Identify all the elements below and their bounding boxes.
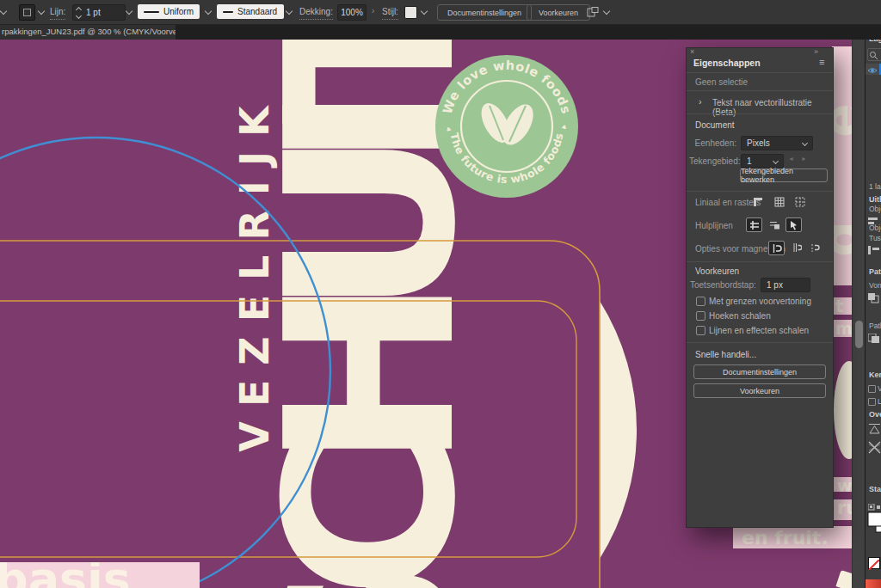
brush-chevron-icon[interactable] [286,8,293,15]
scale-strokes-label: Lijnen en effecten schalen [709,326,809,335]
snap-to-point-icon[interactable] [768,241,785,255]
swatch-chevron-icon[interactable] [38,8,45,15]
edge-text-fragment: w [834,477,852,492]
edge-text-fragment: m [832,320,852,337]
preferences-button[interactable]: Voorkeuren [527,4,590,21]
none-swatch[interactable] [868,557,880,569]
snap-to-pixel-icon[interactable] [808,241,822,254]
panel-close-icon[interactable]: × [690,47,694,56]
profile-chevron-icon[interactable] [205,8,212,15]
panel-preferences-button[interactable]: Voorkeuren [693,383,826,398]
arrange-chevron-icon[interactable] [603,8,610,15]
opacity-label[interactable]: Dekking: [299,5,333,20]
blue-circle-path [0,138,330,588]
stroke-profile-value: Uniform [163,7,194,16]
shape-modes-label: Vorm [869,281,881,290]
image-map-icon[interactable] [868,422,881,438]
uniform-line-icon [144,11,159,13]
scale-corners-checkbox[interactable] [696,311,705,321]
panel-collapse-icon[interactable]: » [814,47,818,56]
panel-menu-icon[interactable]: ≡ [819,57,824,67]
stepper-up-icon[interactable] [76,6,82,12]
appearance-swatch[interactable] [19,4,35,21]
attributes-panel-label[interactable]: Ker [869,371,881,379]
swatches-panel-label[interactable]: Stale [869,485,881,493]
show-guides-icon[interactable] [746,217,762,232]
snap-to-grid-icon[interactable] [789,241,804,254]
style-swatch[interactable] [404,6,417,19]
fragment-letter: d [832,217,852,260]
basis-text-box: basis [0,562,200,588]
grid-icon[interactable] [772,195,786,208]
overprint-fill-checkbox[interactable] [868,385,876,393]
gradient-swatch[interactable] [866,579,881,588]
shape-modes-icon[interactable] [868,291,880,307]
stroke-label[interactable]: Lijn: [50,5,65,20]
document-tab-strip: rpakkingen_JUN23.pdf @ 300 % (CMYK/Voorv… [0,24,881,40]
beta-disclosure-icon[interactable]: › [699,96,702,107]
panel-tab-title[interactable]: Eigenschappen [693,58,761,68]
units-value: Pixels [747,138,770,148]
scale-strokes-checkbox[interactable] [696,326,705,335]
properties-panel: × » Eigenschappen ≡ Geen selectie › Teks… [686,47,834,528]
align-panel-label[interactable]: Uitl [869,195,881,204]
stroke-width-stepper[interactable]: 1 pt [72,4,126,21]
layer-row[interactable] [866,64,881,75]
stroke-profile-dropdown[interactable]: Uniform [138,4,200,19]
pathfinder-panel-label[interactable]: Path [869,267,881,276]
scrollbar-thumb[interactable] [855,321,863,348]
edge-text-fragment: t o [832,297,852,315]
document-settings-button[interactable]: Documentinstellingen [437,4,532,21]
keyboard-increment-input[interactable]: 1 px [761,278,810,292]
stroke-width-chevron-icon[interactable] [126,8,132,15]
basis-text: basis [0,562,131,588]
brush-value: Standaard [237,7,277,16]
distribute-objects-label: Objec [869,224,881,232]
smart-guides-icon[interactable] [786,217,802,232]
stroke-width-value: 1 pt [86,8,101,17]
units-label: Eenheden: [693,138,736,148]
style-label[interactable]: Stijl: [382,5,398,20]
fragment-letter: e [832,99,852,142]
keyboard-increment-value: 1 px [767,280,783,290]
transparency-grid-icon[interactable] [792,195,807,208]
opacity-value[interactable]: 100% [337,4,367,21]
distribute-spacing-icon[interactable] [868,242,879,258]
lock-guides-icon[interactable] [767,217,781,230]
right-panel-dock: Lage 1 laag Uitl Objec Objec Tusse Path … [865,31,881,588]
artboard-next-icon[interactable]: ► [801,156,807,162]
align-objects-label: Objec [869,205,881,213]
edit-artboards-button[interactable]: Tekengebieden bewerken [740,168,828,182]
pathfinders-label: Pathfi [869,322,881,330]
none-diagonal-icon [869,560,879,570]
arrange-panel-icon[interactable] [587,6,599,21]
overprint-fill-label: V [878,384,881,393]
overprint-stroke-label: L [878,397,881,406]
top-control-bar: Lijn: 1 pt Uniform Standaard Dekking: 10… [0,0,881,25]
edge-pink-band: e d [832,46,852,285]
document-section-header: Document [695,120,735,130]
canvas-vertical-scrollbar[interactable] [852,40,866,588]
exclude-shape-icon[interactable] [868,441,881,457]
stepper-down-icon[interactable] [76,12,82,18]
fill-stroke-indicator[interactable] [867,511,881,537]
keyboard-increment-label: Toetsenbordstap: [690,280,756,290]
units-dropdown[interactable]: Pixels [741,136,813,150]
scale-corners-label: Hoeken schalen [709,311,771,321]
visibility-eye-icon[interactable] [867,65,878,76]
artboard-prev-icon[interactable]: ◄ [788,156,794,162]
panel-document-settings-button[interactable]: Documentinstellingen [693,364,826,379]
document-tab[interactable]: rpakkingen_JUN23.pdf @ 300 % (CMYK/Voorv… [0,24,176,40]
layers-search-input[interactable] [867,48,881,61]
overprint-stroke-checkbox[interactable] [868,398,876,406]
bounds-preview-checkbox[interactable] [696,297,705,306]
pathfinders-icon[interactable] [868,332,880,347]
overflow-chevron-icon[interactable] [0,8,7,15]
artboard-value: 1 [747,156,752,166]
brush-dropdown[interactable]: Standaard [217,4,284,19]
section-divider-icon: › [372,6,374,15]
style-chevron-icon[interactable] [421,8,428,15]
ruler-icon[interactable] [750,195,765,208]
outer-dieline-path [0,241,600,588]
fruit-text-band: en fruit. We hale [733,526,852,548]
